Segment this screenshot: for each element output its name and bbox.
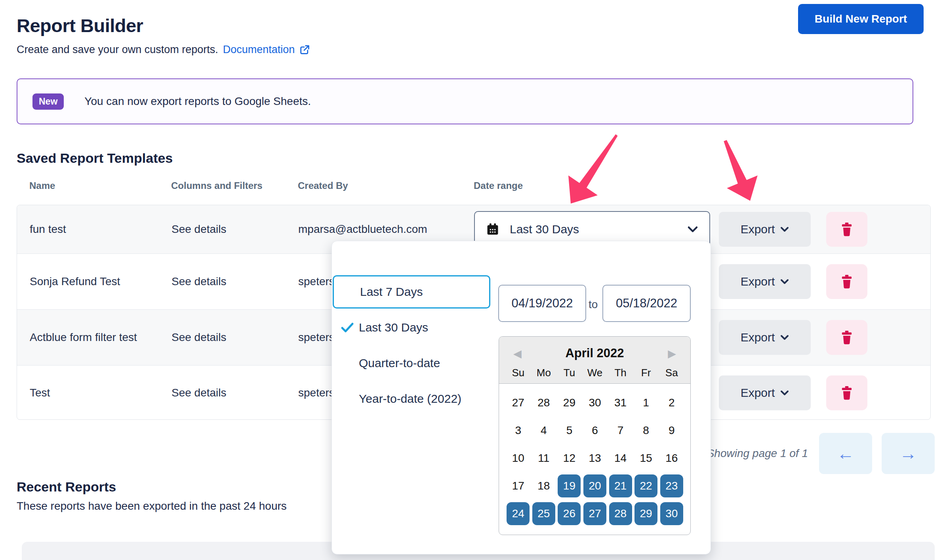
report-name: Actblue form filter test [30, 331, 137, 344]
calendar-day-header: We [582, 367, 608, 379]
arrow-right-icon: → [899, 444, 917, 463]
calendar-day[interactable]: 26 [558, 502, 581, 525]
preset-label: Last 30 Days [359, 321, 428, 334]
documentation-link[interactable]: Documentation [223, 44, 295, 56]
next-page-button[interactable]: → [882, 433, 935, 474]
delete-report-button[interactable] [826, 375, 867, 410]
calendar-day[interactable]: 3 [507, 419, 530, 442]
calendar-day[interactable]: 16 [660, 447, 683, 470]
report-builder-page: Report Builder Create and save your own … [0, 0, 945, 560]
calendar-day[interactable]: 1 [634, 391, 657, 414]
calendar-day[interactable]: 23 [660, 474, 683, 497]
calendar-day[interactable]: 28 [609, 502, 632, 525]
calendar-day[interactable]: 19 [558, 474, 581, 497]
export-button-label: Export [741, 331, 775, 344]
pagination-status: Showing page 1 of 1 [707, 447, 808, 460]
created-by-value: speters [298, 331, 335, 344]
export-button[interactable]: Export [719, 264, 811, 299]
check-icon [341, 322, 354, 333]
preset-last-7-days[interactable]: Last 7 Days [333, 275, 490, 309]
calendar-day[interactable]: 17 [507, 474, 530, 497]
calendar-day[interactable]: 6 [583, 419, 606, 442]
preset-quarter-to-date[interactable]: Quarter-to-date [333, 347, 490, 380]
trash-icon [840, 222, 854, 237]
chevron-down-icon [780, 279, 789, 284]
build-new-report-button[interactable]: Build New Report [798, 4, 924, 34]
preset-year-to-date[interactable]: Year-to-date (2022) [333, 382, 490, 415]
calendar-day[interactable]: 25 [532, 502, 555, 525]
preset-label: Last 7 Days [360, 285, 423, 299]
preset-label: Quarter-to-date [359, 356, 440, 370]
pink-arrow-to-export [724, 140, 758, 201]
export-button[interactable]: Export [719, 212, 811, 247]
calendar-day-header: Fr [633, 367, 659, 379]
report-name: Test [30, 387, 50, 399]
calendar-month-label: April 2022 [499, 346, 690, 360]
previous-page-button[interactable]: ← [819, 433, 872, 474]
calendar-day[interactable]: 2 [660, 391, 683, 414]
saved-templates-heading: Saved Report Templates [17, 150, 173, 166]
calendar-day[interactable]: 13 [583, 447, 606, 470]
pink-arrow-to-date-range [568, 134, 618, 204]
chevron-down-icon [687, 226, 698, 233]
calendar-day[interactable]: 21 [609, 474, 632, 497]
calendar-day[interactable]: 18 [532, 474, 555, 497]
calendar-day-header: Tu [556, 367, 582, 379]
calendar-day[interactable]: 31 [609, 391, 632, 414]
banner-message: You can now export reports to Google She… [84, 95, 311, 108]
calendar-day[interactable]: 30 [660, 502, 683, 525]
calendar-header: ◀ April 2022 ▶ SuMoTuWeThFrSa [499, 337, 690, 384]
calendar-day[interactable]: 29 [634, 502, 657, 525]
calendar-day[interactable]: 12 [558, 447, 581, 470]
calendar-day[interactable]: 24 [507, 502, 530, 525]
calendar-day[interactable]: 11 [532, 447, 555, 470]
page-title: Report Builder [17, 15, 143, 36]
arrow-left-icon: ← [837, 444, 854, 463]
calendar-day[interactable]: 9 [660, 419, 683, 442]
range-separator-label: to [589, 298, 598, 311]
calendar-day-header: Su [505, 367, 531, 379]
calendar-next-month-button[interactable]: ▶ [665, 347, 678, 360]
calendar-day[interactable]: 27 [583, 502, 606, 525]
calendar-day[interactable]: 20 [583, 474, 606, 497]
export-button[interactable]: Export [719, 375, 811, 410]
export-button-label: Export [741, 223, 775, 236]
calendar-day-header: Sa [659, 367, 684, 379]
trash-icon [840, 330, 854, 345]
column-header-columns-filters: Columns and Filters [171, 180, 263, 191]
calendar-day[interactable]: 27 [507, 391, 530, 414]
preset-label: Year-to-date (2022) [359, 392, 461, 406]
calendar-day[interactable]: 7 [609, 419, 632, 442]
end-date-input[interactable] [602, 285, 691, 322]
start-date-input[interactable] [498, 285, 586, 322]
calendar-day[interactable]: 14 [609, 447, 632, 470]
delete-report-button[interactable] [826, 212, 867, 247]
calendar-day[interactable]: 5 [558, 419, 581, 442]
calendar-day[interactable]: 28 [532, 391, 555, 414]
calendar-day[interactable]: 4 [532, 419, 555, 442]
calendar-day[interactable]: 29 [558, 391, 581, 414]
triangle-right-icon: ▶ [668, 348, 676, 360]
delete-report-button[interactable] [826, 320, 867, 355]
see-details-link[interactable]: See details [171, 275, 227, 288]
see-details-link[interactable]: See details [171, 223, 227, 236]
calendar-day[interactable]: 10 [507, 447, 530, 470]
see-details-link[interactable]: See details [171, 331, 227, 344]
calendar-day[interactable]: 22 [634, 474, 657, 497]
recent-reports-heading: Recent Reports [17, 479, 116, 495]
preset-last-30-days[interactable]: Last 30 Days [333, 311, 490, 344]
calendar: ◀ April 2022 ▶ SuMoTuWeThFrSa 2728293031… [499, 336, 691, 535]
calendar-day[interactable]: 15 [634, 447, 657, 470]
trash-icon [840, 385, 854, 400]
page-subtitle: Create and save your own custom reports.… [17, 44, 310, 56]
new-badge: New [32, 93, 64, 110]
export-button[interactable]: Export [719, 320, 811, 355]
see-details-link[interactable]: See details [171, 387, 227, 399]
calendar-day[interactable]: 8 [634, 419, 657, 442]
trash-icon [840, 274, 854, 289]
calendar-day-header: Mo [531, 367, 557, 379]
calendar-day[interactable]: 30 [583, 391, 606, 414]
delete-report-button[interactable] [826, 264, 867, 299]
export-button-label: Export [741, 386, 775, 400]
announcement-banner: New You can now export reports to Google… [17, 78, 913, 124]
